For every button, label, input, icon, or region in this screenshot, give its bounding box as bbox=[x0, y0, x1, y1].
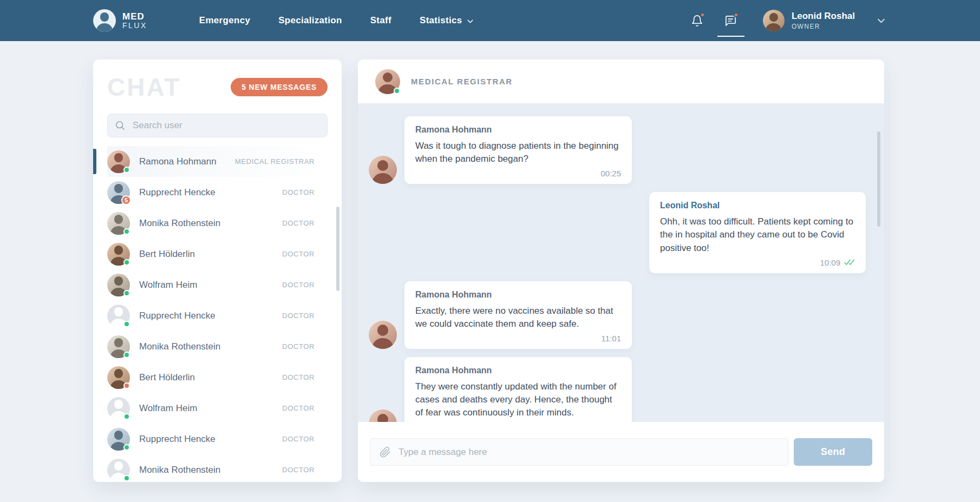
conversation-avatar bbox=[375, 69, 400, 94]
nav-link-label: Emergency bbox=[199, 15, 250, 26]
message-row: Ramona HohmannThey were constantly updat… bbox=[369, 357, 866, 422]
contact-name: Ramona Hohmann bbox=[139, 156, 235, 167]
contact-name: Rupprecht Hencke bbox=[139, 311, 282, 321]
nav-link-label: Staff bbox=[370, 15, 391, 26]
message-input[interactable] bbox=[370, 438, 788, 466]
contact-name: Wolfram Heim bbox=[139, 403, 282, 414]
message-author: Ramona Hohmann bbox=[415, 125, 621, 135]
contact-avatar bbox=[107, 150, 130, 173]
nav-link-staff[interactable]: Staff bbox=[370, 15, 391, 26]
nav-link-emergency[interactable]: Emergency bbox=[199, 15, 250, 26]
contact-role: MEDICAL REGISTRAR bbox=[235, 157, 328, 166]
read-check-icon bbox=[844, 259, 855, 266]
nav-link-specialization[interactable]: Specialization bbox=[278, 15, 342, 26]
contact-row[interactable]: 5Rupprecht HenckeDOCTOR bbox=[107, 177, 328, 208]
messages-scrollbar[interactable] bbox=[877, 131, 880, 227]
notifications-bell-button[interactable] bbox=[688, 11, 707, 30]
contact-avatar bbox=[107, 459, 130, 481]
nav-links: EmergencySpecializationStaffStatistics bbox=[199, 15, 473, 26]
message-author: Ramona Hohmann bbox=[415, 290, 621, 300]
contact-row[interactable]: Bert HölderlinDOCTOR bbox=[107, 362, 328, 393]
chat-list-panel: CHAT 5 NEW MESSAGES Ramona HohmannMEDICA… bbox=[93, 60, 342, 482]
message-time: 10:09 bbox=[660, 258, 855, 267]
nav-link-label: Specialization bbox=[278, 15, 342, 26]
brand-logo[interactable]: MED FLUX bbox=[93, 9, 147, 32]
chat-panel-title: CHAT bbox=[107, 72, 181, 102]
contact-row[interactable]: Monika RothensteinDOCTOR bbox=[107, 454, 328, 482]
chat-alert-dot bbox=[734, 12, 739, 17]
message-text: Exactly, there were no vaccines availabl… bbox=[415, 305, 621, 331]
online-status-dot bbox=[394, 88, 400, 94]
message-area: Ramona HohmannWas it tough to diagnose p… bbox=[358, 103, 884, 422]
message-text: Was it tough to diagnose patients in the… bbox=[415, 140, 621, 166]
chat-nav-button[interactable] bbox=[722, 11, 740, 30]
message-author: Leonid Roshal bbox=[660, 201, 855, 210]
status-dot bbox=[123, 475, 130, 481]
message-avatar bbox=[369, 321, 397, 349]
message-bubble: Ramona HohmannExactly, there were no vac… bbox=[404, 281, 632, 349]
composer-field bbox=[370, 438, 788, 466]
contact-name: Rupprecht Hencke bbox=[139, 187, 282, 198]
contact-role: DOCTOR bbox=[282, 404, 328, 412]
message-row: Ramona HohmannWas it tough to diagnose p… bbox=[369, 116, 866, 184]
conversation-panel: MEDICAL REGISTRAR Ramona HohmannWas it t… bbox=[358, 60, 884, 482]
user-menu[interactable]: Leonid Roshal OWNER bbox=[763, 10, 855, 31]
send-button[interactable]: Send bbox=[794, 438, 872, 466]
contact-role: DOCTOR bbox=[282, 250, 328, 258]
contact-row[interactable]: Wolfram HeimDOCTOR bbox=[107, 393, 328, 424]
status-dot bbox=[123, 413, 130, 420]
message-row: Leonid RoshalOhh, it was too difficult. … bbox=[369, 192, 866, 273]
contact-avatar bbox=[107, 335, 130, 358]
chevron-down-icon bbox=[467, 19, 473, 23]
contact-role: DOCTOR bbox=[282, 281, 328, 289]
search-user-input[interactable] bbox=[107, 114, 328, 137]
contact-avatar bbox=[107, 274, 130, 296]
user-meta: Leonid Roshal OWNER bbox=[792, 10, 855, 31]
status-dot bbox=[123, 444, 130, 451]
contact-role: DOCTOR bbox=[282, 188, 328, 196]
brand-avatar-icon bbox=[93, 9, 116, 32]
status-dot bbox=[123, 228, 130, 235]
message-text: They were constantly updated with the nu… bbox=[415, 380, 621, 419]
contact-name: Rupprecht Hencke bbox=[139, 434, 282, 445]
contact-row[interactable]: Bert HölderlinDOCTOR bbox=[107, 239, 328, 269]
brand-text: MED FLUX bbox=[122, 12, 147, 30]
contact-row[interactable]: Rupprecht HenckeDOCTOR bbox=[107, 300, 328, 331]
message-bubble: Leonid RoshalOhh, it was too difficult. … bbox=[649, 192, 866, 273]
contact-row[interactable]: Monika RothensteinDOCTOR bbox=[107, 208, 328, 239]
contact-list: Ramona HohmannMEDICAL REGISTRAR5Rupprech… bbox=[107, 146, 328, 482]
contact-avatar bbox=[107, 366, 130, 389]
contact-name: Monika Rothenstein bbox=[139, 218, 282, 229]
contact-avatar: 5 bbox=[107, 181, 130, 204]
app: MED FLUX EmergencySpecializationStaffSta… bbox=[0, 0, 980, 502]
message-bubble: Ramona HohmannWas it tough to diagnose p… bbox=[404, 116, 632, 184]
message-avatar bbox=[369, 409, 397, 422]
conversation-title: MEDICAL REGISTRAR bbox=[411, 77, 513, 86]
unread-count-badge: 5 bbox=[121, 195, 131, 205]
contact-row[interactable]: Ramona HohmannMEDICAL REGISTRAR bbox=[107, 146, 328, 177]
contact-list-scrollbar[interactable] bbox=[336, 207, 339, 291]
status-dot bbox=[123, 167, 130, 173]
contact-name: Monika Rothenstein bbox=[139, 341, 282, 352]
contact-row[interactable]: Monika RothensteinDOCTOR bbox=[107, 331, 328, 362]
message-text: Ohh, it was too difficult. Patients kept… bbox=[660, 215, 855, 254]
contact-avatar bbox=[107, 212, 130, 235]
user-role: OWNER bbox=[792, 23, 855, 31]
bell-alert-dot bbox=[700, 12, 705, 17]
contact-avatar bbox=[107, 397, 130, 420]
contact-name: Bert Hölderlin bbox=[139, 249, 282, 260]
contact-role: DOCTOR bbox=[282, 219, 328, 227]
contact-role: DOCTOR bbox=[282, 435, 328, 443]
message-time: 11:01 bbox=[415, 334, 621, 343]
message-composer: Send bbox=[358, 422, 884, 482]
top-navbar: MED FLUX EmergencySpecializationStaffSta… bbox=[0, 0, 980, 41]
status-dot bbox=[123, 382, 130, 389]
nav-link-statistics[interactable]: Statistics bbox=[420, 15, 473, 26]
user-menu-chevron-down-icon[interactable] bbox=[878, 18, 885, 23]
contact-row[interactable]: Rupprecht HenckeDOCTOR bbox=[107, 424, 328, 454]
contact-role: DOCTOR bbox=[282, 466, 328, 474]
contact-name: Monika Rothenstein bbox=[139, 465, 282, 475]
new-messages-badge[interactable]: 5 NEW MESSAGES bbox=[231, 78, 328, 96]
contact-row[interactable]: Wolfram HeimDOCTOR bbox=[107, 269, 328, 300]
contact-avatar bbox=[107, 243, 130, 266]
